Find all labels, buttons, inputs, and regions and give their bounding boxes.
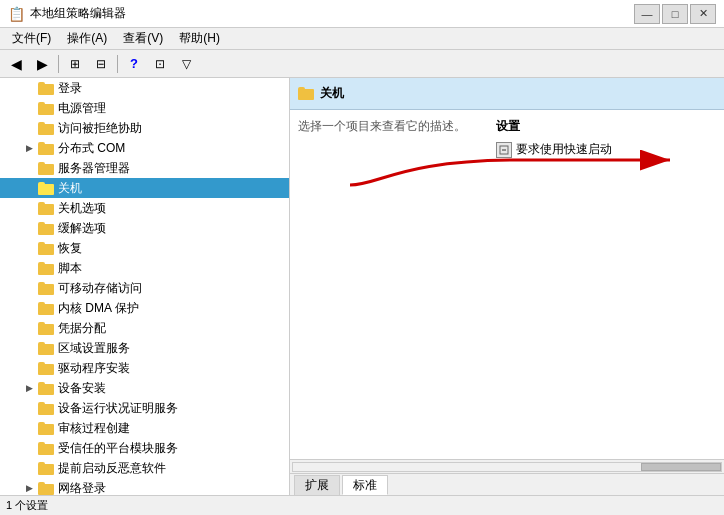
expand-icon-5: [22, 161, 36, 175]
tree-item-wangluo[interactable]: ▶ 网络登录: [0, 478, 289, 495]
export-button[interactable]: ⊡: [148, 53, 172, 75]
tree-item-shebeiyunxing[interactable]: 设备运行状况证明服务: [0, 398, 289, 418]
folder-icon-dianyuan: [38, 102, 54, 115]
menu-action[interactable]: 操作(A): [59, 28, 115, 49]
show-tree2-button[interactable]: ⊟: [89, 53, 113, 75]
toolbar-sep-2: [117, 55, 118, 73]
expand-icon-14: [22, 341, 36, 355]
right-hscrollbar-thumb[interactable]: [641, 463, 721, 471]
settings-item-fast-startup[interactable]: 要求使用快速启动: [496, 141, 716, 158]
tree-item-fangwen[interactable]: 访问被拒绝协助: [0, 118, 289, 138]
expand-icon-11: [22, 281, 36, 295]
expand-icon-9: [22, 241, 36, 255]
tree-item-tijiao[interactable]: 提前启动反恶意软件: [0, 458, 289, 478]
folder-icon-shebei: [38, 382, 54, 395]
folder-icon-neihe: [38, 302, 54, 315]
forward-button[interactable]: ▶: [30, 53, 54, 75]
right-hscrollbar[interactable]: [292, 462, 722, 472]
right-body: 选择一个项目来查看它的描述。 设置 要求使用快速启动: [290, 110, 724, 459]
folder-icon-qudong: [38, 362, 54, 375]
expand-icon-21: ▶: [22, 481, 36, 495]
right-description: 选择一个项目来查看它的描述。: [298, 118, 476, 451]
tree-item-quyu[interactable]: 区域设置服务: [0, 338, 289, 358]
expand-icon-3: [22, 121, 36, 135]
tree-item-denglu[interactable]: 登录: [0, 78, 289, 98]
right-header: 关机: [290, 78, 724, 110]
tree-item-dianyuan[interactable]: 电源管理: [0, 98, 289, 118]
close-button[interactable]: ✕: [690, 4, 716, 24]
folder-icon-jiaob: [38, 262, 54, 275]
expand-icon-10: [22, 261, 36, 275]
expand-icon-17: [22, 401, 36, 415]
right-scrollbar-area: [290, 459, 724, 473]
tree-item-shebei[interactable]: ▶ 设备安装: [0, 378, 289, 398]
settings-title: 设置: [496, 118, 716, 135]
title-controls: — □ ✕: [634, 4, 716, 24]
tree-item-pingzheng[interactable]: 凭据分配: [0, 318, 289, 338]
tab-bar: 扩展 标准: [290, 473, 724, 495]
folder-icon-tijiao: [38, 462, 54, 475]
expand-icon-6: [22, 181, 36, 195]
expand-icon-13: [22, 321, 36, 335]
settings-item-icon-fast-startup: [496, 142, 512, 158]
expand-icon-20: [22, 461, 36, 475]
folder-icon-shouxin: [38, 442, 54, 455]
tree-item-keyidong[interactable]: 可移动存储访问: [0, 278, 289, 298]
tree-item-shouxin[interactable]: 受信任的平台模块服务: [0, 438, 289, 458]
left-panel: 登录 电源管理 访问被拒绝协助 ▶ 分布式 COM 服务器管理器: [0, 78, 290, 495]
filter-button[interactable]: ▽: [174, 53, 198, 75]
status-text: 1 个设置: [6, 498, 48, 513]
expand-icon-7: [22, 201, 36, 215]
folder-icon-guanji: [38, 182, 54, 195]
minimize-button[interactable]: —: [634, 4, 660, 24]
folder-icon-denglu: [38, 82, 54, 95]
tree-item-guanji[interactable]: 关机: [0, 178, 289, 198]
expand-icon-19: [22, 441, 36, 455]
back-button[interactable]: ◀: [4, 53, 28, 75]
tree-item-guanjixuanxiang[interactable]: 关机选项: [0, 198, 289, 218]
tree-item-huanjie[interactable]: 缓解选项: [0, 218, 289, 238]
folder-icon-pingzheng: [38, 322, 54, 335]
folder-icon-huifu: [38, 242, 54, 255]
tree-item-huifu[interactable]: 恢复: [0, 238, 289, 258]
folder-icon-fenbushi: [38, 142, 54, 155]
folder-icon-quyu: [38, 342, 54, 355]
expand-icon-2: [22, 101, 36, 115]
tab-expand[interactable]: 扩展: [294, 475, 340, 495]
tree-view: 登录 电源管理 访问被拒绝协助 ▶ 分布式 COM 服务器管理器: [0, 78, 289, 495]
folder-icon-keyidong: [38, 282, 54, 295]
expand-icon-4: ▶: [22, 141, 36, 155]
tree-item-fenbushi[interactable]: ▶ 分布式 COM: [0, 138, 289, 158]
window-title: 本地组策略编辑器: [30, 5, 634, 22]
folder-icon-guanjixuanxiang: [38, 202, 54, 215]
right-panel: 关机 选择一个项目来查看它的描述。 设置 要求使用快速启动: [290, 78, 724, 495]
folder-icon-huanjie: [38, 222, 54, 235]
tree-item-jiaob[interactable]: 脚本: [0, 258, 289, 278]
status-bar: 1 个设置: [0, 495, 724, 515]
help-button[interactable]: ?: [122, 53, 146, 75]
menu-help[interactable]: 帮助(H): [171, 28, 228, 49]
title-bar: 📋 本地组策略编辑器 — □ ✕: [0, 0, 724, 28]
folder-icon-wangluo: [38, 482, 54, 495]
menu-view[interactable]: 查看(V): [115, 28, 171, 49]
expand-icon-15: [22, 361, 36, 375]
show-tree-button[interactable]: ⊞: [63, 53, 87, 75]
tree-item-shenhe[interactable]: 审核过程创建: [0, 418, 289, 438]
folder-icon-shebeiyunxing: [38, 402, 54, 415]
toolbar-sep-1: [58, 55, 59, 73]
menu-file[interactable]: 文件(F): [4, 28, 59, 49]
expand-icon-16: ▶: [22, 381, 36, 395]
settings-item-label-fast-startup: 要求使用快速启动: [516, 141, 612, 158]
folder-icon-fangwen: [38, 122, 54, 135]
main-area: 登录 电源管理 访问被拒绝协助 ▶ 分布式 COM 服务器管理器: [0, 78, 724, 495]
expand-icon-18: [22, 421, 36, 435]
tab-standard[interactable]: 标准: [342, 475, 388, 495]
tree-item-qudong[interactable]: 驱动程序安装: [0, 358, 289, 378]
menu-bar: 文件(F) 操作(A) 查看(V) 帮助(H): [0, 28, 724, 50]
tree-item-neihe[interactable]: 内核 DMA 保护: [0, 298, 289, 318]
folder-icon-shenhe: [38, 422, 54, 435]
expand-icon: [22, 81, 36, 95]
tree-item-fuwuqi[interactable]: 服务器管理器: [0, 158, 289, 178]
maximize-button[interactable]: □: [662, 4, 688, 24]
right-header-title: 关机: [320, 85, 344, 102]
